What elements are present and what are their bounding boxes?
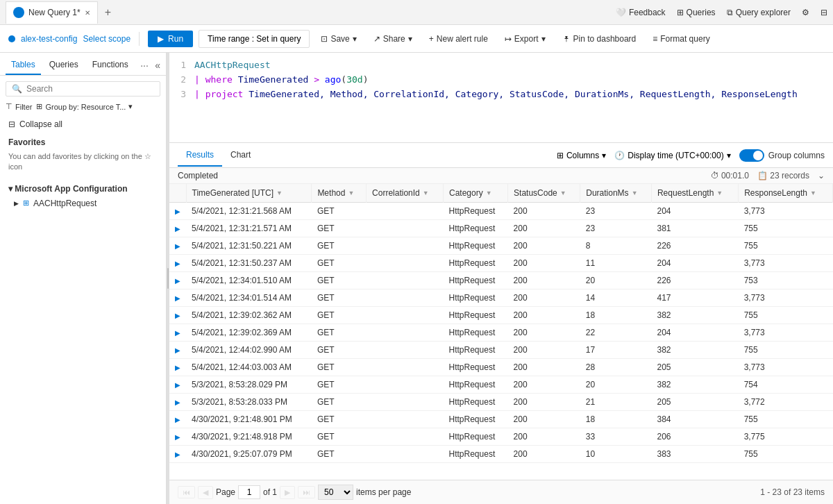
add-tab-button[interactable]: + bbox=[101, 6, 115, 19]
tab-close-button[interactable]: ✕ bbox=[85, 9, 90, 17]
table-cell: 200 bbox=[508, 203, 580, 220]
results-tab-results[interactable]: Results bbox=[178, 144, 222, 167]
pin-dashboard-button[interactable]: 🖈 Pin to dashboard bbox=[557, 31, 642, 47]
table-cell: 4/30/2021, 9:21:48.901 PM bbox=[186, 411, 312, 428]
table-cell: 200 bbox=[508, 342, 580, 359]
table-cell: 4/30/2021, 9:21:48.918 PM bbox=[186, 428, 312, 446]
row-expand-icon[interactable]: ▶ bbox=[175, 225, 180, 233]
format-query-button[interactable]: ≡ Format query bbox=[647, 31, 715, 47]
time-range-button[interactable]: Time range : Set in query bbox=[199, 30, 310, 48]
group-by-button[interactable]: ⊞ Group by: Resource T... ▾ bbox=[36, 102, 133, 111]
tab-functions[interactable]: Functions bbox=[87, 56, 134, 75]
results-tab-chart[interactable]: Chart bbox=[222, 144, 259, 167]
search-input-wrap[interactable]: 🔍 bbox=[6, 81, 160, 96]
display-time-button[interactable]: 🕐 Display time (UTC+00:00) ▾ bbox=[614, 151, 730, 160]
table-cell: 200 bbox=[508, 446, 580, 463]
table-cell bbox=[367, 255, 444, 272]
row-expand-icon[interactable]: ▶ bbox=[175, 294, 180, 302]
group-columns-label: Group columns bbox=[768, 151, 825, 160]
row-expand-icon[interactable]: ▶ bbox=[175, 208, 180, 215]
search-input[interactable] bbox=[26, 84, 154, 94]
prev-page-button[interactable]: ◀ bbox=[198, 486, 213, 499]
sidebar-collapse-icon[interactable]: « bbox=[155, 60, 160, 71]
col-header-durationms: DurationMs ▼ bbox=[580, 184, 652, 203]
row-expand-icon[interactable]: ▶ bbox=[175, 277, 180, 285]
row-expand-icon[interactable]: ▶ bbox=[175, 381, 180, 389]
row-expand-icon[interactable]: ▶ bbox=[175, 242, 180, 250]
category-filter-icon[interactable]: ▼ bbox=[486, 190, 492, 196]
row-expand-icon[interactable]: ▶ bbox=[175, 433, 180, 441]
durationms-filter-icon[interactable]: ▼ bbox=[632, 190, 638, 196]
table-row: ▶4/30/2021, 9:21:48.918 PMGETHttpRequest… bbox=[169, 428, 833, 446]
table-cell bbox=[367, 289, 444, 307]
config-dot bbox=[8, 35, 15, 42]
row-expand-icon[interactable]: ▶ bbox=[175, 346, 180, 354]
table-row: ▶5/4/2021, 12:39:02.369 AMGETHttpRequest… bbox=[169, 324, 833, 342]
statuscode-filter-icon[interactable]: ▼ bbox=[560, 190, 566, 196]
table-row: ▶4/30/2021, 9:25:07.079 PMGETHttpRequest… bbox=[169, 446, 833, 463]
table-cell bbox=[367, 376, 444, 394]
config-name[interactable]: alex-test-config bbox=[21, 34, 77, 44]
row-expand-icon[interactable]: ▶ bbox=[175, 260, 180, 267]
col-header-timegen: TimeGenerated [UTC] ▼ bbox=[186, 184, 312, 203]
sidebar-more-button[interactable]: ··· bbox=[140, 60, 149, 71]
tab-queries[interactable]: Queries bbox=[44, 56, 84, 75]
table-cell: 23 bbox=[580, 203, 652, 220]
next-page-button[interactable]: ▶ bbox=[280, 486, 295, 499]
format-icon: ≡ bbox=[653, 34, 657, 44]
export-button[interactable]: ↦ Export ▾ bbox=[499, 31, 551, 47]
row-expand-icon[interactable]: ▶ bbox=[175, 451, 180, 458]
share-button[interactable]: ↗ Share ▾ bbox=[368, 31, 418, 47]
new-alert-button[interactable]: + New alert rule bbox=[423, 31, 494, 47]
query-tab[interactable]: New Query 1* ✕ bbox=[6, 1, 98, 24]
tab-tables[interactable]: Tables bbox=[6, 56, 41, 75]
filter-button[interactable]: ⊤ Filter bbox=[6, 102, 32, 111]
table-cell: 200 bbox=[508, 255, 580, 272]
share-chevron-icon: ▾ bbox=[408, 34, 412, 44]
table-icon: ⊞ bbox=[23, 199, 29, 208]
table-cell: HttpRequest bbox=[444, 446, 508, 463]
share-icon: ↗ bbox=[373, 34, 380, 44]
responselen-filter-icon[interactable]: ▼ bbox=[810, 190, 816, 196]
pin-icon: 🖈 bbox=[562, 34, 571, 44]
feedback-button[interactable]: 🤍 Feedback bbox=[616, 8, 666, 17]
timegen-filter-icon[interactable]: ▼ bbox=[276, 190, 283, 196]
table-cell: 22 bbox=[580, 324, 652, 342]
row-expand-icon[interactable]: ▶ bbox=[175, 312, 180, 319]
tree-item-aachttprequest[interactable]: ▶ ⊞ AACHttpRequest bbox=[0, 196, 166, 210]
select-scope-button[interactable]: Select scope bbox=[83, 34, 131, 44]
query-editor[interactable]: 1 AACHttpRequest 2 | where TimeGenerated… bbox=[169, 53, 833, 143]
group-columns-toggle[interactable] bbox=[739, 149, 764, 162]
collapse-all-button[interactable]: ⊟ Collapse all bbox=[0, 117, 166, 132]
columns-button[interactable]: ⊞ Columns ▾ bbox=[557, 151, 606, 160]
table-cell: HttpRequest bbox=[444, 307, 508, 324]
layout-button[interactable]: ⊟ bbox=[821, 8, 827, 17]
last-page-button[interactable]: ⏭ bbox=[298, 486, 315, 498]
columns-icon: ⊞ bbox=[557, 151, 564, 160]
section-title[interactable]: ▾ Microsoft App Configuration bbox=[0, 178, 166, 196]
record-count: 📋 23 records bbox=[757, 171, 809, 180]
first-page-button[interactable]: ⏮ bbox=[178, 486, 195, 498]
row-expand-icon[interactable]: ▶ bbox=[175, 329, 180, 337]
requestlen-filter-icon[interactable]: ▼ bbox=[716, 190, 723, 196]
items-per-page-select[interactable]: 50 100 200 bbox=[318, 485, 353, 500]
pagination-summary: 1 - 23 of 23 items bbox=[760, 487, 825, 497]
table-cell bbox=[367, 324, 444, 342]
correlid-filter-icon[interactable]: ▼ bbox=[423, 190, 429, 196]
expand-results-icon[interactable]: ⌄ bbox=[818, 171, 825, 180]
table-cell: 200 bbox=[508, 394, 580, 411]
method-filter-icon[interactable]: ▼ bbox=[348, 190, 354, 196]
queries-button[interactable]: ⊞ Queries bbox=[677, 8, 716, 17]
query-explorer-button[interactable]: ⧉ Query explorer bbox=[727, 8, 791, 17]
row-expand-icon[interactable]: ▶ bbox=[175, 398, 180, 406]
row-expand-icon[interactable]: ▶ bbox=[175, 416, 180, 423]
page-label: Page bbox=[216, 487, 235, 497]
page-number-input[interactable] bbox=[238, 485, 260, 499]
config-info: alex-test-config Select scope bbox=[8, 34, 131, 44]
save-button[interactable]: ⊡ Save ▾ bbox=[315, 31, 362, 47]
table-cell bbox=[367, 394, 444, 411]
row-expand-icon[interactable]: ▶ bbox=[175, 364, 180, 371]
settings-button[interactable]: ⚙ bbox=[802, 8, 809, 17]
run-button[interactable]: ▶ Run bbox=[148, 31, 193, 47]
results-options: ⊞ Columns ▾ 🕐 Display time (UTC+00:00) ▾… bbox=[557, 149, 825, 162]
